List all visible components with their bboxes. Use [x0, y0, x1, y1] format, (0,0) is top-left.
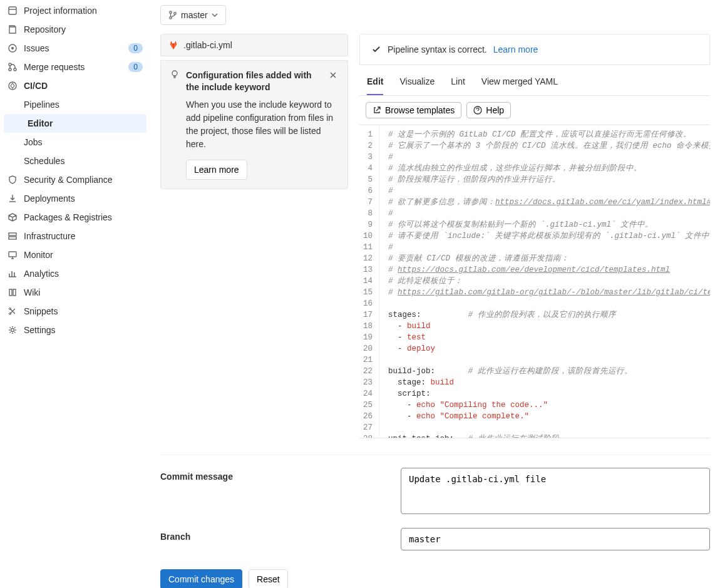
sidebar-item-label: Merge requests: [24, 62, 122, 72]
sidebar-item-label: Infrastructure: [24, 231, 143, 241]
svg-point-5: [14, 68, 16, 71]
svg-point-2: [11, 47, 14, 49]
editor-toolbar: Browse templates Help: [359, 96, 710, 125]
svg-rect-7: [9, 233, 16, 235]
commit-changes-button[interactable]: Commit changes: [160, 569, 242, 588]
commit-form: Commit message Update .gitlab-ci.yml fil…: [160, 455, 710, 588]
tab-edit[interactable]: Edit: [367, 76, 383, 95]
chevron-down-icon: [212, 12, 218, 18]
sidebar-item-issues[interactable]: Issues0: [0, 39, 150, 58]
issues-icon: [8, 43, 18, 53]
svg-point-15: [174, 13, 177, 15]
sidebar-item-wiki[interactable]: Wiki: [0, 283, 150, 302]
bulb-icon: [170, 70, 180, 80]
sidebar-item-pipelines[interactable]: Pipelines: [0, 95, 150, 114]
sidebar-item-ci-cd[interactable]: CI/CD: [0, 76, 150, 95]
sidebar-item-label: Monitor: [24, 250, 143, 260]
branch-name: master: [181, 10, 208, 20]
editor-tabs: Edit Visualize Lint View merged YAML: [359, 65, 710, 96]
tip-title: Configuration files added with the inclu…: [186, 70, 321, 93]
sidebar-item-label: Snippets: [24, 306, 143, 316]
browse-templates-button[interactable]: Browse templates: [366, 102, 461, 118]
sidebar-item-packages-registries[interactable]: Packages & Registries: [0, 208, 150, 227]
count-badge: 0: [128, 43, 143, 53]
sidebar-item-label: Deployments: [24, 193, 143, 204]
sidebar-item-label: Project information: [24, 6, 143, 16]
external-link-icon: [373, 106, 381, 115]
sidebar-item-security-compliance[interactable]: Security & Compliance: [0, 170, 150, 189]
tab-view-merged[interactable]: View merged YAML: [481, 76, 558, 95]
sidebar-item-label: CI/CD: [24, 81, 143, 91]
sidebar: Project informationRepositoryIssues0Merg…: [0, 0, 150, 588]
tip-close-button[interactable]: [327, 70, 339, 81]
tip-learn-more-button[interactable]: Learn more: [186, 160, 247, 180]
sidebar-item-label: Repository: [24, 24, 143, 34]
tab-visualize[interactable]: Visualize: [399, 76, 435, 95]
svg-point-3: [9, 63, 11, 66]
sidebar-item-label: Schedules: [24, 156, 143, 166]
sidebar-item-settings[interactable]: Settings: [0, 321, 150, 339]
sidebar-item-snippets[interactable]: Snippets: [0, 302, 150, 321]
sidebar-item-schedules[interactable]: Schedules: [0, 152, 150, 170]
line-gutter: 1234567891011121314151617181920212223242…: [359, 125, 379, 438]
sidebar-item-infrastructure[interactable]: Infrastructure: [0, 227, 150, 245]
alert-learn-more-link[interactable]: Learn more: [493, 44, 538, 54]
sidebar-item-label: Editor: [28, 118, 143, 128]
syntax-alert: Pipeline syntax is correct. Learn more: [359, 34, 710, 65]
sidebar-item-label: Settings: [24, 325, 143, 335]
alert-text: Pipeline syntax is correct.: [388, 44, 487, 54]
branch-icon: [168, 11, 177, 19]
tip-box: Configuration files added with the inclu…: [160, 60, 348, 189]
file-name: .gitlab-ci.yml: [183, 40, 232, 50]
branch-selector[interactable]: master: [160, 5, 226, 25]
file-bar: .gitlab-ci.yml: [160, 34, 348, 56]
deploy-icon: [8, 193, 18, 204]
sidebar-item-label: Issues: [24, 43, 122, 53]
editor-panel: Pipeline syntax is correct. Learn more E…: [359, 34, 710, 438]
repo-icon: [8, 24, 18, 34]
commit-message-input[interactable]: Update .gitlab-ci.yml file: [401, 468, 710, 514]
code-body[interactable]: # 这是一个示例的 GitLab CI/CD 配置文件，应该可以直接运行而无需任…: [379, 125, 710, 438]
code-editor[interactable]: 1234567891011121314151617181920212223242…: [359, 125, 710, 438]
merge-icon: [8, 62, 18, 72]
sidebar-item-label: Pipelines: [24, 100, 143, 110]
svg-point-16: [172, 71, 177, 76]
commit-message-label: Commit message: [160, 468, 386, 482]
svg-point-13: [170, 11, 172, 14]
reset-button[interactable]: Reset: [249, 569, 288, 588]
sidebar-item-label: Jobs: [24, 137, 143, 147]
count-badge: 0: [128, 62, 143, 72]
branch-label: Branch: [160, 528, 386, 542]
branch-input[interactable]: [401, 528, 710, 550]
svg-rect-8: [9, 237, 16, 239]
sidebar-item-project-information[interactable]: Project information: [0, 1, 150, 20]
check-icon: [371, 44, 381, 54]
svg-rect-0: [9, 7, 16, 14]
sidebar-item-label: Packages & Registries: [24, 212, 143, 222]
wiki-icon: [8, 287, 18, 297]
help-icon: [473, 106, 482, 115]
sidebar-item-analytics[interactable]: Analytics: [0, 264, 150, 283]
tab-lint[interactable]: Lint: [451, 76, 465, 95]
sidebar-item-jobs[interactable]: Jobs: [0, 133, 150, 152]
packages-icon: [8, 212, 18, 222]
sidebar-item-merge-requests[interactable]: Merge requests0: [0, 58, 150, 76]
project-icon: [8, 6, 18, 16]
help-button[interactable]: Help: [466, 102, 511, 118]
settings-icon: [8, 325, 18, 335]
sidebar-item-monitor[interactable]: Monitor: [0, 245, 150, 264]
sidebar-item-editor[interactable]: Editor: [4, 114, 147, 133]
security-icon: [8, 175, 18, 185]
monitor-icon: [8, 250, 18, 260]
cicd-icon: [8, 81, 18, 91]
sidebar-item-repository[interactable]: Repository: [0, 20, 150, 39]
infra-icon: [8, 231, 18, 241]
sidebar-item-deployments[interactable]: Deployments: [0, 189, 150, 208]
main-content: master .gitlab-ci.yml Configuration file…: [150, 0, 720, 588]
svg-rect-9: [9, 252, 16, 257]
sidebar-item-label: Security & Compliance: [24, 175, 143, 185]
svg-point-14: [170, 17, 172, 19]
snippets-icon: [8, 306, 18, 316]
svg-point-12: [11, 329, 14, 332]
gitlab-icon: [168, 40, 178, 50]
